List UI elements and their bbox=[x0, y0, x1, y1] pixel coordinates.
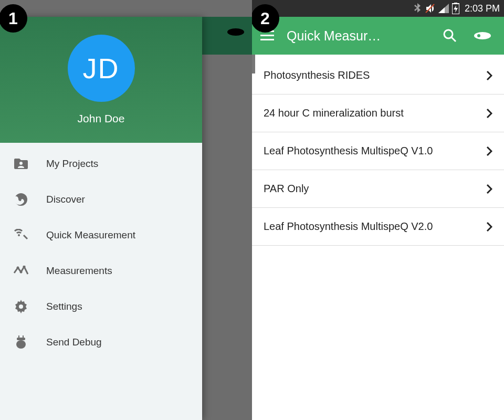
toolbar-title: Quick Measur… bbox=[287, 28, 430, 44]
nav-measurements[interactable]: Measurements bbox=[0, 253, 202, 289]
scroll-indicator bbox=[252, 55, 504, 57]
chevron-right-icon bbox=[486, 184, 492, 194]
bug-icon bbox=[14, 335, 28, 350]
chevron-right-icon bbox=[486, 70, 492, 81]
battery-icon bbox=[452, 3, 459, 14]
avatar[interactable]: JD bbox=[68, 35, 135, 102]
chevron-right-icon bbox=[486, 108, 492, 119]
nav-label: Send Debug bbox=[46, 337, 102, 348]
list-item-label: Leaf Photosynthesis MultispeQ V1.0 bbox=[264, 145, 433, 157]
svg-point-4 bbox=[19, 162, 23, 165]
list-item[interactable]: 24 hour C mineralization burst bbox=[252, 94, 504, 132]
nav-label: My Projects bbox=[46, 158, 98, 170]
step-badge-2: 2 bbox=[252, 4, 279, 33]
nav-settings[interactable]: Settings bbox=[0, 289, 202, 324]
list-item-label: 24 hour C mineralization burst bbox=[264, 107, 404, 119]
nav-send-debug[interactable]: Send Debug bbox=[0, 324, 202, 360]
nav-label: Discover bbox=[46, 194, 85, 205]
mute-icon bbox=[425, 3, 435, 14]
svg-point-21 bbox=[444, 30, 453, 38]
bluetooth-icon bbox=[413, 3, 422, 14]
list-item[interactable]: PAR Only bbox=[252, 170, 504, 208]
list-item[interactable]: Leaf Photosynthesis MultispeQ V1.0 bbox=[252, 132, 504, 170]
list-item-label: Leaf Photosynthesis MultispeQ V2.0 bbox=[264, 220, 433, 233]
step-badge-1: 1 bbox=[0, 4, 27, 33]
list-item[interactable]: Leaf Photosynthesis MultispeQ V2.0 bbox=[252, 208, 504, 246]
svg-rect-19 bbox=[260, 35, 274, 36]
svg-point-23 bbox=[474, 32, 491, 39]
nav-my-projects[interactable]: My Projects bbox=[0, 146, 202, 182]
user-name: John Doe bbox=[78, 112, 125, 125]
nav-label: Quick Measurement bbox=[46, 229, 135, 241]
nav-quick-measurement[interactable]: Quick Measurement bbox=[0, 217, 202, 253]
nav-label: Measurements bbox=[46, 265, 112, 277]
chevron-right-icon bbox=[486, 146, 492, 156]
device-icon bbox=[227, 26, 245, 38]
globe-icon bbox=[14, 192, 28, 207]
status-time: 2:03 PM bbox=[465, 3, 500, 14]
timeline-icon bbox=[14, 264, 28, 278]
svg-rect-17 bbox=[454, 3, 457, 4]
svg-point-10 bbox=[19, 304, 23, 309]
nav-drawer: JD John Doe My Projects Discover Quick M… bbox=[0, 17, 202, 420]
list-item-label: Photosynthesis RIDES bbox=[264, 69, 370, 81]
nav-label: Settings bbox=[46, 301, 82, 312]
list-item[interactable]: Photosynthesis RIDES bbox=[252, 57, 504, 94]
svg-point-14 bbox=[16, 340, 26, 349]
list-item-label: PAR Only bbox=[264, 183, 309, 195]
drawer-header: JD John Doe bbox=[0, 17, 202, 143]
chevron-right-icon bbox=[486, 222, 492, 232]
measurements-list: Photosynthesis RIDES 24 hour C mineraliz… bbox=[252, 57, 504, 420]
device-icon[interactable] bbox=[469, 26, 496, 46]
signal-icon bbox=[438, 4, 449, 13]
search-icon[interactable] bbox=[439, 25, 461, 47]
svg-rect-13 bbox=[17, 338, 25, 340]
gear-icon bbox=[14, 299, 28, 314]
svg-point-6 bbox=[18, 234, 20, 236]
svg-rect-20 bbox=[260, 39, 274, 40]
svg-point-24 bbox=[477, 34, 480, 37]
folder-person-icon bbox=[14, 156, 28, 171]
svg-point-0 bbox=[227, 28, 244, 36]
svg-point-8 bbox=[20, 271, 23, 274]
nav-discover[interactable]: Discover bbox=[0, 182, 202, 217]
svg-line-22 bbox=[452, 37, 456, 41]
antenna-icon bbox=[14, 228, 28, 243]
svg-point-7 bbox=[17, 267, 19, 269]
status-bar: 2:03 PM bbox=[252, 0, 504, 17]
nav-list: My Projects Discover Quick Measurement M… bbox=[0, 143, 202, 360]
toolbar: Quick Measur… bbox=[252, 17, 504, 55]
